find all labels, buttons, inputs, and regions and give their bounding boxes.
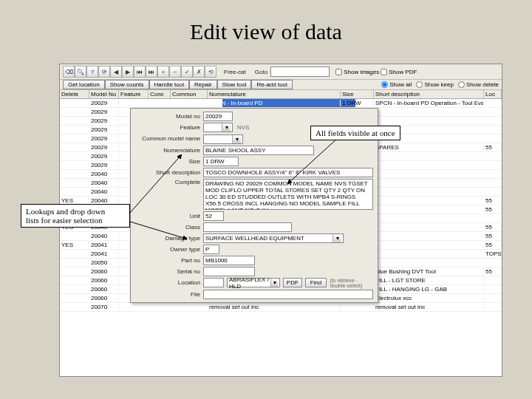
retrieve-note: (to retrieve - double-select) bbox=[330, 278, 373, 288]
callout-all-fields: All fields visible at once bbox=[310, 126, 400, 140]
goto-input[interactable] bbox=[270, 66, 330, 77]
callout-lookups: Lookups and drop down lists for easier s… bbox=[21, 204, 130, 228]
conc-text: NVS bbox=[237, 124, 249, 131]
toolbar-button-7[interactable]: ⏭ bbox=[146, 66, 157, 78]
model-no-input[interactable] bbox=[203, 112, 233, 121]
feature-select[interactable]: ▾ bbox=[203, 123, 233, 132]
toolbar-button-8[interactable]: ＋ bbox=[157, 66, 169, 78]
toolbar-button-3[interactable]: ⟳ bbox=[98, 66, 110, 78]
label-serial-no: Serial no bbox=[135, 268, 200, 275]
location-input[interactable] bbox=[203, 278, 224, 287]
main-toolbar: ⌫🔍?⟳◀▶⏮⏭＋−✓✗⟲ Free-cat Goto Show images … bbox=[60, 64, 502, 80]
table-row[interactable]: 20029SPCN - In‑board PD1 DRWSPCN - In‑bo… bbox=[60, 99, 502, 108]
col-header[interactable]: Size bbox=[341, 90, 374, 98]
toolbar-button-1[interactable]: 🔍 bbox=[75, 66, 86, 78]
goto-label: Goto bbox=[253, 69, 269, 75]
serial-no-input[interactable] bbox=[203, 267, 255, 276]
slide-title: Edit view of data bbox=[0, 0, 532, 52]
location-select[interactable]: ABRASIFLEX / HLD▾ bbox=[227, 278, 280, 287]
toolbar-button-5[interactable]: ▶ bbox=[122, 66, 134, 78]
toolbar-button-4[interactable]: ◀ bbox=[110, 66, 122, 78]
chevron-down-icon: ▾ bbox=[232, 135, 241, 143]
label-common-name: Common model name bbox=[135, 135, 200, 142]
action-button-4[interactable]: Stow tool bbox=[217, 80, 252, 89]
label-size: Size bbox=[135, 158, 200, 165]
unit-input[interactable] bbox=[203, 211, 224, 221]
table-header: DeleteModel NoFeatureConcCommonNomenclat… bbox=[60, 90, 502, 99]
label-unit: Unit bbox=[135, 213, 200, 219]
col-header[interactable]: Nomenclature bbox=[208, 90, 341, 98]
toolbar-button-2[interactable]: ? bbox=[86, 66, 98, 78]
common-name-select[interactable]: ▾ bbox=[203, 134, 243, 144]
col-header[interactable]: Short description bbox=[374, 90, 484, 98]
label-complete: Complete bbox=[135, 179, 200, 185]
action-button-5[interactable]: Re-add tool bbox=[251, 80, 292, 89]
label-class: Class bbox=[135, 224, 200, 231]
show-delete-radio[interactable]: Show delete bbox=[458, 81, 499, 88]
show-keep-radio[interactable]: Show keep bbox=[416, 81, 454, 88]
show-all-radio[interactable]: Show all bbox=[381, 81, 412, 88]
show-images-checkbox[interactable]: Show images bbox=[335, 69, 379, 75]
label-part-no: Part no bbox=[135, 257, 200, 264]
free-cat-label: Free-cat bbox=[222, 69, 248, 75]
toolbar-button-9[interactable]: − bbox=[169, 66, 181, 78]
label-short-desc: Short description bbox=[135, 169, 200, 176]
chevron-down-icon: ▾ bbox=[332, 234, 341, 242]
table-row[interactable]: 20070removal set out incremoval set out … bbox=[60, 303, 502, 312]
short-desc-input[interactable] bbox=[203, 168, 373, 177]
label-nomenclature: Nomenclature bbox=[135, 147, 200, 154]
col-header[interactable]: Loc bbox=[484, 90, 502, 98]
part-no-input[interactable] bbox=[203, 256, 255, 265]
action-button-0[interactable]: Get location bbox=[63, 80, 105, 89]
col-header[interactable]: Common bbox=[171, 90, 208, 98]
label-damage-type: Damage type bbox=[135, 235, 200, 242]
toolbar-button-6[interactable]: ⏮ bbox=[134, 66, 146, 78]
action-button-1[interactable]: Show counts bbox=[105, 80, 149, 89]
complete-textarea[interactable]: DRAWING NO 20029 COMMON MODEL NAME NVS T… bbox=[203, 179, 373, 210]
find-button[interactable]: Find bbox=[305, 278, 327, 287]
pdf-button[interactable]: PDF bbox=[283, 278, 302, 287]
toolbar-button-11[interactable]: ✓ bbox=[181, 66, 193, 78]
toolbar-button-0[interactable]: ⌫ bbox=[63, 66, 75, 78]
chevron-down-icon: ▾ bbox=[270, 279, 278, 287]
action-button-3[interactable]: Repair bbox=[189, 80, 217, 89]
owner-type-input[interactable] bbox=[203, 245, 219, 254]
col-header[interactable]: Feature bbox=[119, 90, 149, 98]
label-file: File bbox=[135, 291, 200, 298]
col-header[interactable]: Conc bbox=[149, 90, 171, 98]
action-bar: Get locationShow countsHandle toolRepair… bbox=[60, 80, 502, 90]
class-input[interactable] bbox=[203, 222, 292, 232]
label-location: Location bbox=[135, 279, 200, 286]
show-pdf-checkbox[interactable]: Show PDF bbox=[381, 69, 417, 75]
label-model-no: Model no bbox=[135, 113, 200, 120]
col-header[interactable]: Model No bbox=[89, 90, 119, 98]
data-grid[interactable]: 20029SPCN - In‑board PD1 DRWSPCN - In‑bo… bbox=[60, 99, 502, 376]
chevron-down-icon: ▾ bbox=[222, 123, 231, 132]
action-button-2[interactable]: Handle tool bbox=[149, 80, 189, 89]
file-input[interactable] bbox=[203, 290, 373, 299]
label-owner-type: Owner type bbox=[135, 246, 200, 253]
toolbar-button-13[interactable]: ⟲ bbox=[205, 66, 216, 78]
damage-type-select[interactable]: SURFACE WELLHEAD EQUIPMENT▾ bbox=[203, 233, 344, 243]
nomenclature-input[interactable] bbox=[203, 146, 314, 155]
toolbar-button-12[interactable]: ✗ bbox=[193, 66, 205, 78]
label-feature: Feature bbox=[135, 124, 200, 131]
col-header[interactable]: Delete bbox=[60, 90, 89, 98]
size-input[interactable] bbox=[203, 157, 239, 166]
